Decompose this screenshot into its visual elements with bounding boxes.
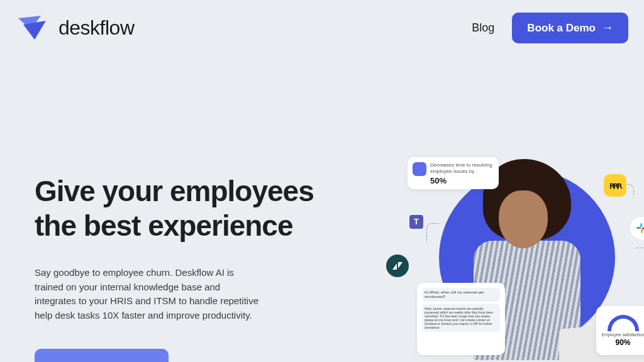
- chat-answer: Hello Janice, expense reports are typica…: [422, 304, 500, 332]
- logo-text: deskflow: [58, 16, 135, 40]
- book-demo-button-hero[interactable]: Book a Demo →: [35, 349, 169, 362]
- miro-icon: ʀʀʀ: [604, 174, 626, 197]
- stat-value: 50%: [430, 176, 492, 185]
- chat-chip: Hi Alfred, when will my expense get reim…: [417, 283, 505, 355]
- hero-subhead: Say goodbye to employee churn. Deskflow …: [35, 266, 261, 322]
- site-header: deskflow Blog Book a Demo →: [0, 0, 644, 56]
- hero-illustration: Decreases time to resolving employee iss…: [389, 141, 644, 362]
- logo[interactable]: deskflow: [16, 16, 135, 41]
- nav-blog-link[interactable]: Blog: [472, 21, 494, 35]
- svg-rect-4: [641, 229, 643, 233]
- stat-chip-time-saved: Decreases time to resolving employee iss…: [408, 157, 499, 189]
- svg-rect-2: [640, 223, 642, 228]
- clock-icon: [413, 162, 426, 176]
- connector-line: [426, 223, 439, 242]
- gauge-value: 90%: [615, 338, 630, 347]
- hero-copy: Give your employees the best experience …: [35, 94, 336, 362]
- teams-icon: T: [405, 211, 428, 233]
- chat-question: Hi Alfred, when will my expense get reim…: [422, 288, 500, 302]
- button-label: Book a Demo: [527, 22, 596, 35]
- gauge-chip: Employee satisfaction 90%: [596, 306, 644, 355]
- gauge-icon: [608, 315, 639, 331]
- logo-icon: [16, 16, 51, 41]
- arrow-right-icon: →: [602, 21, 613, 35]
- header-nav: Blog Book a Demo →: [472, 13, 628, 43]
- svg-rect-3: [636, 227, 641, 229]
- book-demo-button-header[interactable]: Book a Demo →: [512, 13, 628, 43]
- stat-label: Decreases time to resolving employee iss…: [430, 162, 492, 174]
- slack-icon: [630, 217, 644, 239]
- hero-headline: Give your employees the best experience: [35, 174, 336, 243]
- hero-cta-row: Book a Demo → Watch Demo: [35, 349, 336, 362]
- gauge-label: Employee satisfaction: [601, 332, 644, 337]
- zendesk-icon: [386, 255, 409, 277]
